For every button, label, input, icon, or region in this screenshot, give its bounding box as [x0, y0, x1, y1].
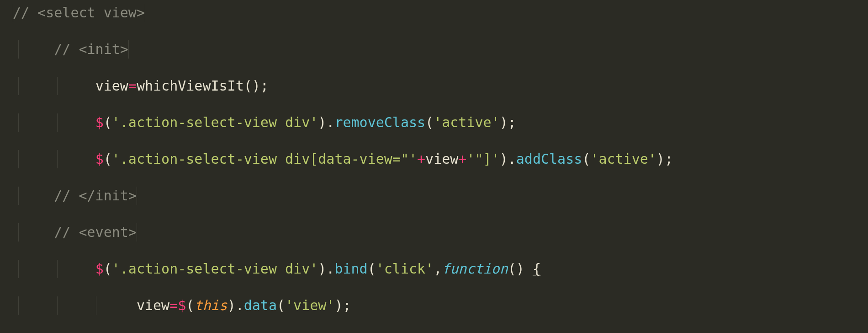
paren-open: ( [425, 114, 434, 130]
operator: + [458, 151, 466, 167]
code-line: // </init> [13, 187, 868, 205]
comment-text: // <init> [54, 41, 128, 57]
punct: ). [318, 261, 334, 277]
code-line: $('.action-select-view div').removeClass… [13, 113, 868, 132]
method-name: data [244, 297, 277, 313]
keyword-function: function [442, 261, 508, 277]
method-name: removeClass [334, 114, 425, 130]
string-literal: 'active' [590, 151, 656, 167]
comma: , [434, 261, 442, 277]
paren-open: ( [368, 261, 376, 277]
string-literal: 'view' [285, 297, 334, 313]
paren-open: ( [582, 151, 590, 167]
string-literal: '.action-select-view div' [112, 114, 318, 130]
comment-text: // </init> [54, 188, 137, 204]
call-expression: whichViewIsIt(); [137, 78, 269, 94]
identifier: view [137, 297, 169, 313]
keyword-this: this [194, 297, 227, 313]
identifier: view [425, 151, 458, 167]
paren-open: ( [104, 114, 112, 130]
string-literal: '.action-select-view div[data-view="' [112, 151, 417, 167]
paren-open: ( [277, 297, 285, 313]
punct: () [508, 261, 533, 277]
method-name: addClass [516, 151, 582, 167]
code-line: // <select view> [13, 4, 868, 22]
code-line: // <event> [13, 223, 868, 242]
operator: + [417, 151, 425, 167]
code-line: view=$(this).data('view'); [13, 296, 868, 315]
punct: ); [656, 151, 673, 167]
paren-open: ( [186, 297, 194, 313]
brace-open: { [533, 261, 541, 277]
punct: ). [318, 114, 334, 130]
method-name: bind [334, 261, 367, 277]
comment-text: // <event> [54, 224, 137, 240]
comment-text: // <select view> [13, 5, 145, 21]
string-literal: 'click' [376, 261, 434, 277]
punct: ). [228, 297, 244, 313]
operator: = [128, 78, 137, 94]
code-editor[interactable]: // <select view> // <init> view=whichVie… [0, 0, 868, 333]
paren-open: ( [104, 261, 112, 277]
string-literal: '"]' [466, 151, 499, 167]
operator: = [169, 297, 178, 313]
string-literal: '.action-select-view div' [112, 261, 318, 277]
identifier: view [95, 78, 128, 94]
jquery-dollar: $ [95, 151, 104, 167]
jquery-dollar: $ [178, 297, 186, 313]
punct: ); [334, 297, 351, 313]
paren-open: ( [104, 151, 112, 167]
punct: ). [500, 151, 516, 167]
code-line: $('.action-select-view div[data-view="'+… [13, 150, 868, 168]
code-line: // <init> [13, 40, 868, 59]
jquery-dollar: $ [95, 114, 104, 130]
code-line: $('.action-select-view div').bind('click… [13, 260, 868, 278]
punct: ); [500, 114, 516, 130]
code-line: view=whichViewIsIt(); [13, 77, 868, 95]
jquery-dollar: $ [95, 261, 104, 277]
string-literal: 'active' [434, 114, 500, 130]
